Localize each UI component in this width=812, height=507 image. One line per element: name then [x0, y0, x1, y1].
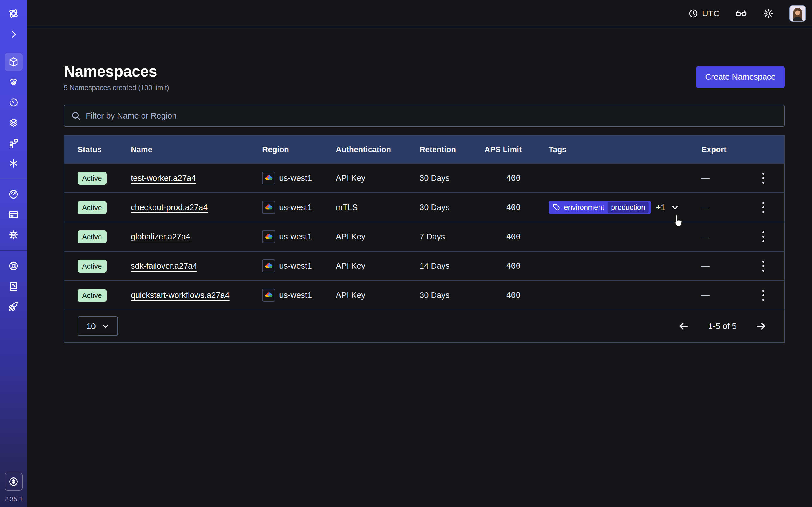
sidebar-item-getting-started[interactable] [4, 297, 22, 316]
retention-cell: 30 Days [419, 291, 485, 300]
tags-expand-chevron-icon[interactable] [670, 203, 679, 212]
search-icon [71, 111, 81, 121]
sidebar-divider [0, 250, 27, 251]
book-sparkles-icon [8, 281, 19, 291]
arrow-left-icon [678, 321, 689, 332]
prev-page-button[interactable] [678, 321, 689, 332]
retention-cell: 30 Days [419, 203, 485, 212]
aps-limit-value: 400 [485, 262, 520, 271]
table-header: Status Name Region Authentication Retent… [64, 136, 784, 163]
status-badge: Active [78, 260, 107, 273]
row-menu-button[interactable] [760, 170, 767, 186]
asterisk-icon [8, 158, 19, 169]
col-tags: Tags [549, 145, 702, 154]
export-cell: — [702, 291, 760, 300]
aps-limit-value: 400 [485, 291, 520, 300]
auth-cell: API Key [336, 262, 419, 271]
aps-limit-value: 400 [485, 173, 520, 183]
row-menu-button[interactable] [760, 199, 767, 216]
topbar: UTC [27, 0, 812, 27]
sidebar-item-docs[interactable] [4, 277, 22, 295]
sidebar-item-support[interactable] [4, 257, 22, 275]
gcp-cloud-icon [262, 230, 275, 243]
gcp-cloud-icon [262, 172, 275, 184]
sidebar-expand-button[interactable] [7, 29, 20, 40]
row-menu-button[interactable] [760, 228, 767, 245]
timezone-selector[interactable]: UTC [689, 9, 719, 18]
status-badge: Active [78, 230, 107, 243]
region-label: us-west1 [279, 262, 312, 271]
auth-cell: API Key [336, 173, 419, 183]
clock-icon [689, 9, 698, 18]
sidebar-item-usage[interactable] [4, 185, 22, 203]
page-title: Namespaces [64, 62, 169, 80]
app-window: 2.35.1 UTC Namespaces 5 Namespaces creat… [0, 0, 812, 507]
next-page-button[interactable] [755, 321, 767, 332]
col-aps-limit: APS Limit [485, 145, 549, 154]
auth-cell: API Key [336, 232, 419, 241]
pricing-button[interactable] [4, 473, 22, 491]
table-row: Active test-worker.a27a4 us-west1 API Ke… [64, 163, 784, 192]
retention-cell: 30 Days [419, 173, 485, 183]
sun-icon [763, 8, 774, 19]
status-badge: Active [78, 201, 107, 214]
accessibility-toggle[interactable] [735, 8, 747, 19]
aps-limit-value: 400 [485, 232, 520, 241]
filter-input[interactable] [86, 111, 777, 121]
gauge-icon [8, 189, 19, 200]
sidebar-item-schedules[interactable] [4, 94, 22, 112]
auth-cell: API Key [336, 291, 419, 300]
namespace-link[interactable]: test-worker.a27a4 [131, 173, 196, 182]
namespace-link[interactable]: quickstart-workflows.a27a4 [131, 291, 230, 300]
namespace-link[interactable]: globalizer.a27a4 [131, 232, 190, 241]
credit-card-icon [8, 209, 19, 220]
layers-icon [8, 117, 19, 128]
page-size-value: 10 [86, 321, 96, 331]
create-namespace-button[interactable]: Create Namespace [696, 66, 784, 88]
col-retention: Retention [419, 145, 485, 154]
row-menu-button[interactable] [760, 287, 767, 304]
chevron-down-icon [101, 322, 109, 330]
tag-chip[interactable]: environment production [549, 201, 651, 214]
user-avatar[interactable] [790, 5, 806, 22]
col-export: Export [702, 145, 760, 154]
badge-dollar-icon [8, 476, 19, 487]
row-menu-button[interactable] [760, 258, 767, 274]
status-badge: Active [78, 289, 107, 302]
sidebar-divider [0, 179, 27, 179]
filter-bar [64, 105, 784, 127]
export-cell: — [702, 173, 760, 183]
table-footer: 10 1-5 of 5 [64, 309, 784, 342]
tag-value: production [608, 202, 649, 213]
region-label: us-west1 [279, 232, 312, 241]
auth-cell: mTLS [336, 203, 419, 212]
glasses-icon [735, 8, 747, 19]
app-version: 2.35.1 [4, 495, 23, 503]
temporal-logo[interactable] [4, 4, 22, 22]
gcp-cloud-icon [262, 289, 275, 302]
status-badge: Active [78, 172, 107, 185]
theme-toggle[interactable] [763, 8, 774, 19]
tag-icon [553, 203, 560, 211]
pagination-range: 1-5 of 5 [708, 321, 737, 331]
page-size-select[interactable]: 10 [78, 316, 118, 336]
sidebar-item-billing[interactable] [4, 206, 22, 224]
sidebar-item-nexus[interactable] [4, 134, 22, 152]
sidebar-item-settings[interactable] [4, 226, 22, 244]
col-region: Region [262, 145, 336, 154]
sidebar-item-insights[interactable] [4, 73, 22, 91]
sidebar: 2.35.1 [0, 0, 27, 507]
table-row: Active quickstart-workflows.a27a4 us-wes… [64, 280, 784, 309]
col-name: Name [131, 145, 262, 154]
sidebar-item-deployments[interactable] [4, 114, 22, 132]
sidebar-item-integrations[interactable] [4, 154, 22, 172]
sidebar-item-namespaces[interactable] [4, 53, 22, 71]
col-status: Status [64, 145, 131, 154]
gear-icon [8, 230, 19, 240]
arrow-right-icon [755, 321, 767, 332]
gcp-cloud-icon [262, 260, 275, 272]
table-row: Active checkout-prod.a27a4 us-west1 mTLS… [64, 192, 784, 222]
retention-cell: 7 Days [419, 232, 485, 241]
namespace-link[interactable]: sdk-failover.a27a4 [131, 262, 197, 270]
namespace-link[interactable]: checkout-prod.a27a4 [131, 203, 207, 212]
